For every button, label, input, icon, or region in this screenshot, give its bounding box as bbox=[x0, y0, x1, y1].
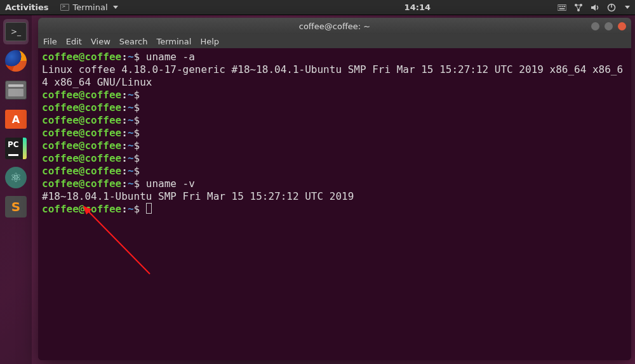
svg-rect-5 bbox=[559, 8, 565, 9]
terminal-prompt-line: coffee@coffee:~$ bbox=[42, 127, 627, 140]
cursor bbox=[146, 203, 152, 214]
svg-rect-3 bbox=[562, 6, 563, 7]
launcher: >_ A PC ⚛ S bbox=[0, 15, 32, 364]
app-menu[interactable]: Terminal bbox=[60, 3, 118, 12]
maximize-button[interactable] bbox=[605, 22, 613, 30]
terminal-prompt-line: coffee@coffee:~$ bbox=[42, 203, 627, 216]
terminal-output: Linux coffee 4.18.0-17-generic #18~18.04… bbox=[42, 63, 627, 89]
software-center-icon: A bbox=[5, 110, 27, 129]
terminal-icon bbox=[60, 4, 69, 11]
launcher-files[interactable] bbox=[3, 77, 29, 103]
svg-rect-0 bbox=[558, 4, 566, 10]
menubar: File Edit View Search Terminal Help bbox=[38, 34, 631, 48]
launcher-pycharm[interactable]: PC bbox=[3, 136, 29, 161]
window-titlebar[interactable]: coffee@coffee: ~ bbox=[38, 18, 631, 34]
menu-view[interactable]: View bbox=[91, 37, 110, 46]
menu-search[interactable]: Search bbox=[119, 37, 148, 46]
terminal-icon: >_ bbox=[5, 22, 27, 41]
terminal-prompt-line: coffee@coffee:~$ bbox=[42, 114, 627, 127]
window-title: coffee@coffee: ~ bbox=[299, 22, 371, 31]
firefox-icon bbox=[5, 50, 27, 72]
chevron-down-icon bbox=[113, 6, 118, 9]
svg-rect-2 bbox=[560, 6, 561, 7]
svg-rect-4 bbox=[564, 6, 566, 7]
network-icon[interactable] bbox=[574, 3, 583, 12]
chevron-down-icon[interactable] bbox=[625, 6, 630, 9]
terminal-output: #18~18.04.1-Ubuntu SMP Fri Mar 15 15:27:… bbox=[42, 190, 627, 203]
keyboard-icon[interactable] bbox=[558, 3, 566, 12]
launcher-terminal[interactable]: >_ bbox=[3, 19, 29, 44]
menu-terminal[interactable]: Terminal bbox=[156, 37, 191, 46]
files-icon bbox=[5, 81, 27, 100]
app-menu-label: Terminal bbox=[73, 3, 108, 12]
terminal-prompt-line: coffee@coffee:~$ bbox=[42, 101, 627, 114]
atom-icon: ⚛ bbox=[5, 167, 27, 188]
pycharm-icon: PC bbox=[5, 138, 27, 159]
launcher-firefox[interactable] bbox=[3, 48, 29, 74]
terminal-body[interactable]: coffee@coffee:~$ uname -aLinux coffee 4.… bbox=[38, 48, 631, 360]
clock[interactable]: 14:14 bbox=[404, 3, 431, 12]
menu-help[interactable]: Help bbox=[200, 37, 219, 46]
volume-icon[interactable] bbox=[591, 3, 599, 12]
terminal-prompt-line: coffee@coffee:~$ uname -v bbox=[42, 178, 627, 190]
activities-button[interactable]: Activities bbox=[5, 3, 49, 12]
terminal-prompt-line: coffee@coffee:~$ bbox=[42, 89, 627, 101]
svg-rect-1 bbox=[559, 6, 560, 7]
system-tray bbox=[558, 3, 630, 12]
terminal-window: coffee@coffee: ~ File Edit View Search T… bbox=[38, 18, 631, 360]
launcher-atom[interactable]: ⚛ bbox=[3, 165, 29, 190]
launcher-sublime[interactable]: S bbox=[3, 194, 29, 219]
menu-file[interactable]: File bbox=[43, 37, 57, 46]
launcher-software[interactable]: A bbox=[3, 107, 29, 132]
close-button[interactable] bbox=[618, 22, 626, 30]
terminal-prompt-line: coffee@coffee:~$ uname -a bbox=[42, 51, 627, 63]
terminal-prompt-line: coffee@coffee:~$ bbox=[42, 152, 627, 165]
sublime-icon: S bbox=[5, 196, 27, 218]
menu-edit[interactable]: Edit bbox=[66, 37, 82, 46]
minimize-button[interactable] bbox=[591, 22, 599, 30]
top-panel: Activities Terminal 14:14 bbox=[0, 0, 635, 15]
power-icon[interactable] bbox=[607, 3, 616, 12]
terminal-prompt-line: coffee@coffee:~$ bbox=[42, 165, 627, 178]
terminal-prompt-line: coffee@coffee:~$ bbox=[42, 140, 627, 152]
